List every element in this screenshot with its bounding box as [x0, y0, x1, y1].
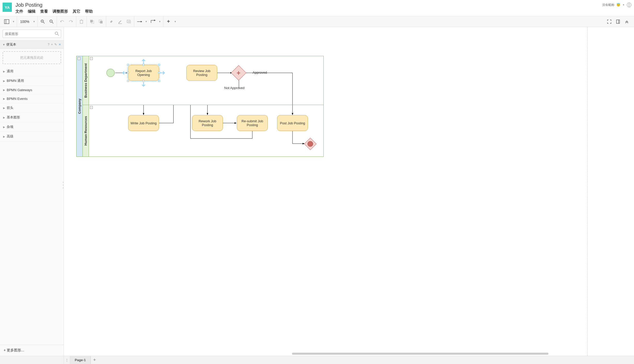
category-bpmn-events[interactable]: ▶BPMN Events	[0, 94, 64, 103]
start-event[interactable]	[106, 69, 115, 77]
direction-arrow-left-icon[interactable]	[121, 71, 127, 75]
menu-help[interactable]: 帮助	[85, 9, 93, 14]
svg-point-26	[55, 32, 58, 34]
line-color-button[interactable]	[117, 19, 123, 25]
task-post-label: Post Job Posting	[280, 121, 305, 125]
direction-arrow-right-icon[interactable]	[160, 71, 166, 75]
app-logo: YA	[3, 3, 12, 12]
document-title[interactable]: Job Posting	[15, 2, 602, 9]
zoom-out-button[interactable]	[48, 19, 55, 25]
task-write-label: Write Job Posting	[130, 121, 157, 125]
scratchpad-header[interactable]: ▼ 便笺本 ? + ✎ ✕	[0, 40, 64, 49]
canvas-area[interactable]: Company − Business Department −	[64, 27, 634, 356]
category-bpmn-general[interactable]: ▶BPMN 通用	[0, 76, 64, 86]
menu-extras[interactable]: 其它	[73, 9, 80, 14]
task-rework-label: Rework Job Posting	[193, 119, 222, 127]
fill-color-button[interactable]	[108, 19, 114, 25]
scratchpad-dropzone[interactable]: 把元素拖至此处	[3, 51, 61, 64]
scratchpad-help-icon[interactable]: ?	[48, 43, 49, 46]
menu-arrange[interactable]: 调整图形	[53, 9, 68, 14]
category-advanced[interactable]: ▶高级	[0, 132, 64, 141]
format-panel-button[interactable]	[615, 19, 621, 25]
svg-rect-16	[100, 21, 103, 23]
scratchpad-close-icon[interactable]: ✕	[59, 43, 61, 46]
to-front-button[interactable]	[89, 19, 95, 25]
more-shapes-button[interactable]: + 更多图形...	[0, 345, 64, 356]
task-review-job-posting[interactable]: Review Job Posting	[186, 65, 217, 81]
language-icon[interactable]	[627, 3, 631, 7]
lane-business-title[interactable]: Business Department	[83, 56, 89, 105]
direction-arrow-down-icon[interactable]	[141, 82, 146, 88]
insert-button[interactable]: +	[165, 19, 172, 25]
view-mode-button[interactable]	[4, 19, 10, 25]
toolbar: ▼ 100% ▼ ▼ ▼ + ▼	[0, 16, 634, 27]
task-report-label: Report Job Opening	[129, 69, 158, 77]
lane-hr[interactable]: Human Resources −	[83, 105, 323, 157]
pool-collapse-icon[interactable]: −	[78, 57, 80, 60]
scratchpad-collapse-icon[interactable]: ▼	[3, 43, 5, 46]
redo-button[interactable]	[68, 19, 74, 25]
lane-hr-title[interactable]: Human Resources	[83, 105, 89, 157]
category-arrows[interactable]: ▶箭头	[0, 103, 64, 113]
header-right: 没有昵称 😇 ▼	[602, 2, 631, 7]
end-event[interactable]	[304, 138, 316, 150]
bpmn-pool[interactable]: Company − Business Department −	[76, 56, 324, 157]
page-tab-1[interactable]: Page-1	[70, 356, 91, 364]
svg-marker-22	[141, 21, 142, 22]
fullscreen-button[interactable]	[606, 19, 612, 25]
view-mode-caret-icon[interactable]: ▼	[12, 20, 15, 23]
connection-type-button[interactable]	[136, 19, 143, 25]
undo-button[interactable]	[59, 19, 65, 25]
lane-business[interactable]: Business Department −	[83, 56, 323, 105]
edge-label-not-approved[interactable]: Not Approved	[224, 86, 245, 90]
zoom-level[interactable]: 100%	[19, 20, 30, 24]
waypoint-caret-icon[interactable]: ▼	[159, 20, 161, 23]
task-resubmit-job-posting[interactable]: Re-submit Job Posting	[237, 115, 268, 131]
user-label[interactable]: 没有昵称	[602, 3, 614, 7]
direction-arrow-up-icon[interactable]	[141, 58, 146, 64]
shape-categories: ▶通用 ▶BPMN 通用 ▶BPMN Gateways ▶BPMN Events…	[0, 67, 64, 345]
user-emoji-icon: 😇	[616, 3, 620, 7]
search-icon[interactable]	[55, 32, 59, 37]
menu-bar: 文件 编辑 查看 调整图形 其它 帮助	[15, 9, 602, 16]
task-resubmit-label: Re-submit Job Posting	[238, 119, 266, 127]
search-shapes-input[interactable]	[3, 30, 61, 38]
canvas[interactable]: Company − Business Department −	[64, 27, 634, 356]
scratchpad-title: 便笺本	[6, 42, 16, 47]
horizontal-scrollbar[interactable]	[292, 353, 548, 355]
scratchpad-edit-icon[interactable]: ✎	[54, 43, 57, 46]
task-write-job-posting[interactable]: Write Job Posting	[128, 115, 159, 131]
shapes-sidebar: ▼ 便笺本 ? + ✎ ✕ 把元素拖至此处 ▶通用 ▶BPMN 通用 ▶BPMN…	[0, 27, 64, 356]
zoom-in-button[interactable]	[40, 19, 46, 25]
menu-view[interactable]: 查看	[40, 9, 48, 14]
delete-button[interactable]	[78, 19, 85, 25]
pool-title[interactable]: Company	[77, 56, 83, 157]
menu-edit[interactable]: 编辑	[28, 9, 36, 14]
task-post-job-posting[interactable]: Post Job Posting	[277, 115, 308, 131]
waypoint-button[interactable]	[150, 19, 156, 25]
edge-label-approved[interactable]: Approved	[253, 71, 267, 74]
menu-file[interactable]: 文件	[15, 9, 23, 14]
category-general[interactable]: ▶通用	[0, 67, 64, 76]
gateway-approval[interactable]: +	[231, 65, 246, 80]
task-rework-job-posting[interactable]: Rework Job Posting	[192, 115, 223, 131]
scratchpad-add-icon[interactable]: +	[51, 43, 53, 46]
to-back-button[interactable]	[98, 19, 104, 25]
category-basic[interactable]: ▶基本图形	[0, 113, 64, 122]
user-dropdown-icon[interactable]: ▼	[622, 4, 625, 6]
svg-rect-14	[90, 20, 93, 22]
page-menu-button[interactable]: ⋮	[64, 356, 70, 364]
zoom-caret-icon[interactable]: ▼	[33, 20, 35, 23]
connection-caret-icon[interactable]: ▼	[145, 20, 147, 23]
add-page-button[interactable]: +	[91, 356, 98, 364]
category-bpmn-gateways[interactable]: ▶BPMN Gateways	[0, 86, 64, 94]
collapse-panel-button[interactable]	[624, 19, 630, 25]
category-misc[interactable]: ▶杂项	[0, 122, 64, 132]
task-report-job-opening[interactable]: Report Job Opening	[128, 65, 159, 81]
insert-caret-icon[interactable]: ▼	[174, 20, 177, 23]
page-tab-bar: ⋮ Page-1 +	[0, 356, 634, 364]
shadow-button[interactable]	[126, 19, 132, 25]
svg-line-7	[52, 22, 53, 23]
svg-rect-0	[4, 20, 9, 24]
svg-line-3	[43, 22, 45, 23]
